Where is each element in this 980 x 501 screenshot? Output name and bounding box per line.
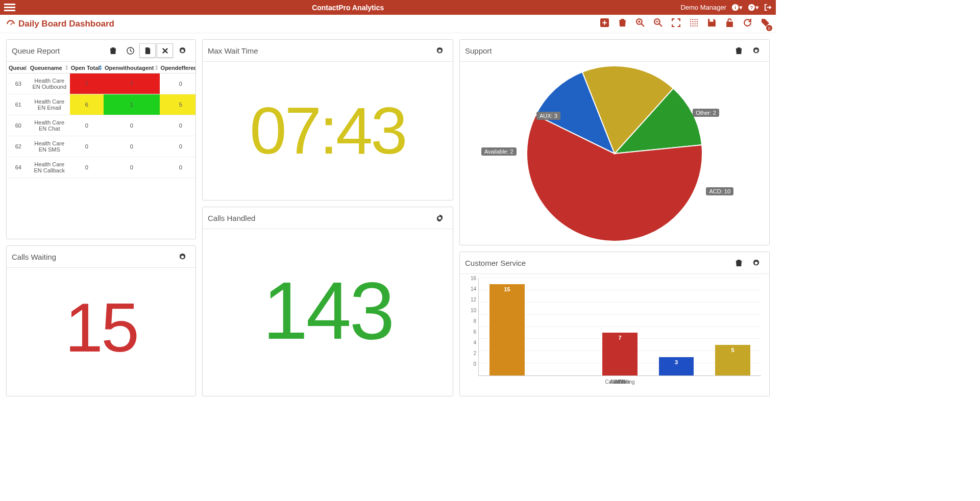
support-widget: Support Other: 2 AUX: 3 Available: 2 ACD… <box>459 39 770 245</box>
clock-icon[interactable] <box>122 43 138 58</box>
svg-point-13 <box>695 21 696 22</box>
pie-label-other: Available: 2 <box>481 147 517 156</box>
trash-icon[interactable] <box>105 43 121 58</box>
svg-point-14 <box>697 21 698 22</box>
logout-icon[interactable] <box>764 4 772 11</box>
unlock-button[interactable] <box>725 18 734 29</box>
customer-service-bar-chart: 0246810121416 15Calls WaitingAvailable7A… <box>461 275 768 377</box>
bar-available: Available <box>535 278 592 375</box>
widget-title: Customer Service <box>465 259 526 267</box>
calls-handled-value: 143 <box>203 229 453 367</box>
svg-point-21 <box>695 26 696 27</box>
bar-calls-waiting: 15Calls Waiting <box>479 278 535 375</box>
svg-point-7 <box>690 19 691 20</box>
max-wait-widget: Max Wait Time 07:43 <box>202 39 453 201</box>
widget-title: Max Wait Time <box>208 46 258 55</box>
pie-label-acd: ACD: 10 <box>706 187 733 195</box>
table-row: 62Health Care EN SMS000 <box>8 136 195 157</box>
menu-button[interactable] <box>4 2 15 13</box>
refresh-button[interactable] <box>743 18 752 29</box>
svg-point-8 <box>692 19 693 20</box>
svg-point-15 <box>690 23 691 24</box>
svg-point-20 <box>692 26 693 27</box>
queue-report-widget: Queue Report Queue▲▼ Queuename▲▼ Open To… <box>6 39 196 239</box>
app-title: ContactPro Analytics <box>15 4 680 12</box>
col-openwoagent[interactable]: Openwithoutagent▲▼ <box>104 63 160 73</box>
trash-icon[interactable] <box>730 256 747 270</box>
svg-text:i: i <box>734 5 736 10</box>
page-title: Daily Board Dashboard <box>6 19 114 29</box>
table-row: 60Health Care EN Chat000 <box>8 115 195 136</box>
table-row: 61Health Care EN Email615 <box>8 94 195 115</box>
col-queuename[interactable]: Queuename▲▼ <box>29 63 70 73</box>
info-icon[interactable]: i▾ <box>731 4 743 11</box>
gear-icon[interactable] <box>174 249 190 264</box>
customer-service-widget: Customer Service 0246810121416 15Calls W… <box>459 252 770 396</box>
widget-title: Calls Handled <box>208 214 255 222</box>
support-pie-chart: Other: 2 AUX: 3 Available: 2 ACD: 10 <box>460 62 769 246</box>
bar-other: 3Other <box>648 278 705 375</box>
calls-waiting-value: 15 <box>7 268 195 378</box>
svg-point-16 <box>692 23 693 24</box>
col-opendeferred[interactable]: Opendeffered▲▼ <box>160 63 195 73</box>
svg-point-9 <box>695 19 696 20</box>
svg-point-10 <box>697 19 698 20</box>
widget-title: Queue Report <box>12 46 60 55</box>
trash-icon[interactable] <box>730 43 747 58</box>
zoom-in-button[interactable] <box>636 18 645 29</box>
svg-rect-23 <box>727 22 732 27</box>
fullscreen-button[interactable] <box>672 18 680 29</box>
pie-label-available: Other: 2 <box>693 109 719 117</box>
widget-title: Support <box>465 46 492 55</box>
gear-icon[interactable] <box>431 43 448 58</box>
svg-text:?: ? <box>750 5 753 10</box>
gear-icon[interactable] <box>748 256 764 270</box>
gear-icon[interactable] <box>748 43 764 58</box>
svg-point-17 <box>695 23 696 24</box>
svg-point-22 <box>697 26 698 27</box>
col-opentotal[interactable]: Open Total▲▼ <box>70 63 104 73</box>
gear-icon[interactable] <box>431 211 448 225</box>
table-row: 63Health Care EN Outbound770 <box>8 73 195 94</box>
svg-point-12 <box>692 21 693 22</box>
pie-label-aux: AUX: 3 <box>536 112 560 120</box>
bar-aux: 5AUX <box>704 278 761 375</box>
document-icon[interactable] <box>139 43 156 58</box>
svg-point-18 <box>697 23 698 24</box>
gear-icon[interactable] <box>174 43 190 58</box>
help-icon[interactable]: ?▾ <box>748 4 759 11</box>
user-name: Demo Manager <box>680 4 726 11</box>
save-button[interactable] <box>707 18 716 29</box>
delete-button[interactable] <box>618 18 627 29</box>
dashboard-icon <box>6 19 15 29</box>
tags-button[interactable]: 0 <box>761 18 770 29</box>
max-wait-value: 07:43 <box>203 62 453 179</box>
widget-title: Calls Waiting <box>12 253 56 261</box>
calls-waiting-widget: Calls Waiting 15 <box>6 245 196 396</box>
calls-handled-widget: Calls Handled 143 <box>202 207 453 396</box>
add-button[interactable] <box>600 18 609 29</box>
col-queue[interactable]: Queue▲▼ <box>8 63 29 73</box>
zoom-out-button[interactable] <box>654 18 663 29</box>
svg-point-11 <box>690 21 691 22</box>
close-icon[interactable] <box>157 43 173 58</box>
bar-acd: 7ACD <box>592 278 648 375</box>
svg-point-19 <box>690 26 691 27</box>
grid-button[interactable] <box>690 18 698 29</box>
table-row: 64Health Care EN Callback000 <box>8 157 195 178</box>
